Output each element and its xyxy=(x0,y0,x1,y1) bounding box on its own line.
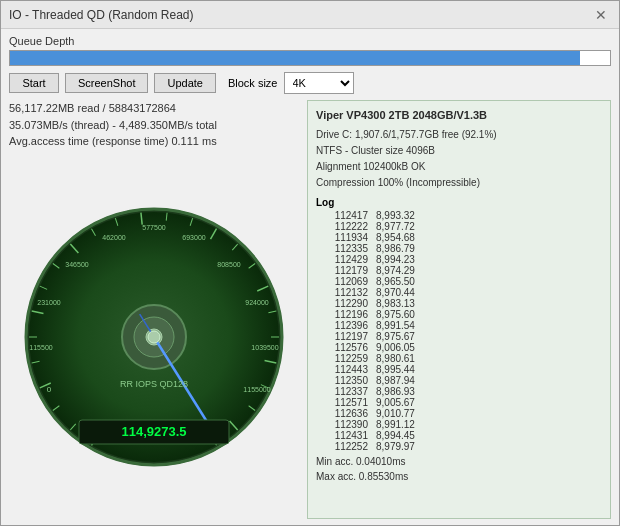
log-iops: 112069 xyxy=(316,276,368,287)
log-iops: 112390 xyxy=(316,419,368,430)
log-iops: 112636 xyxy=(316,408,368,419)
log-val: 8,974.29 xyxy=(376,265,415,276)
log-row: 1123508,987.94 xyxy=(316,375,602,386)
queue-progress-bar xyxy=(9,50,611,66)
log-val: 8,977.72 xyxy=(376,221,415,232)
queue-progress-fill xyxy=(10,51,580,65)
log-row: 1119348,954.68 xyxy=(316,232,602,243)
drive-line4: Compression 100% (Incompressible) xyxy=(316,175,602,191)
log-val: 8,986.79 xyxy=(376,243,415,254)
log-val: 8,991.54 xyxy=(376,320,415,331)
gauge-container: 0 115500 231000 346500 462000 577500 693… xyxy=(9,156,299,520)
log-row: 1122528,979.97 xyxy=(316,441,602,452)
log-row: 1120698,965.50 xyxy=(316,276,602,287)
log-entries: 1124178,993.321122228,977.721119348,954.… xyxy=(316,210,602,452)
drive-title: Viper VP4300 2TB 2048GB/V1.3B xyxy=(316,107,602,125)
block-size-label: Block size xyxy=(228,77,278,89)
log-val: 8,980.61 xyxy=(376,353,415,364)
log-val: 8,994.45 xyxy=(376,430,415,441)
drive-line1: Drive C: 1,907.6/1,757.7GB free (92.1%) xyxy=(316,127,602,143)
log-row: 1122228,977.72 xyxy=(316,221,602,232)
log-val: 8,987.94 xyxy=(376,375,415,386)
log-iops: 112197 xyxy=(316,331,368,342)
gauge-svg: 0 115500 231000 346500 462000 577500 693… xyxy=(19,202,289,472)
svg-text:808500: 808500 xyxy=(217,261,240,268)
window-title: IO - Threaded QD (Random Read) xyxy=(9,8,194,22)
title-bar: IO - Threaded QD (Random Read) ✕ xyxy=(1,1,619,29)
main-content: Queue Depth Start ScreenShot Update Bloc… xyxy=(1,29,619,525)
log-section: Log 1124178,993.321122228,977.721119348,… xyxy=(316,197,602,482)
log-row: 1123908,991.12 xyxy=(316,419,602,430)
drive-line3: Alignment 102400kB OK xyxy=(316,159,602,175)
log-val: 9,006.05 xyxy=(376,342,415,353)
log-val: 8,983.13 xyxy=(376,298,415,309)
log-row: 1124318,994.45 xyxy=(316,430,602,441)
log-row: 1123378,986.93 xyxy=(316,386,602,397)
drive-line2: NTFS - Cluster size 4096B xyxy=(316,143,602,159)
log-iops: 112196 xyxy=(316,309,368,320)
left-panel: 56,117.22MB read / 58843172864 35.073MB/… xyxy=(9,100,299,519)
log-footer-min: Min acc. 0.04010ms xyxy=(316,456,602,467)
log-row: 1122598,980.61 xyxy=(316,353,602,364)
log-val: 8,993.32 xyxy=(376,210,415,221)
close-button[interactable]: ✕ xyxy=(591,5,611,25)
log-iops: 112396 xyxy=(316,320,368,331)
log-row: 1123358,986.79 xyxy=(316,243,602,254)
log-val: 9,005.67 xyxy=(376,397,415,408)
log-row: 1122908,983.13 xyxy=(316,298,602,309)
log-row: 1126369,010.77 xyxy=(316,408,602,419)
log-iops: 112429 xyxy=(316,254,368,265)
stats-line1: 56,117.22MB read / 58843172864 xyxy=(9,100,299,117)
log-row: 1121968,975.60 xyxy=(316,309,602,320)
svg-text:1039500: 1039500 xyxy=(251,344,278,351)
log-iops: 112431 xyxy=(316,430,368,441)
log-row: 1125719,005.67 xyxy=(316,397,602,408)
stats-section: 56,117.22MB read / 58843172864 35.073MB/… xyxy=(9,100,299,150)
log-row: 1123968,991.54 xyxy=(316,320,602,331)
log-iops: 112132 xyxy=(316,287,368,298)
log-val: 8,995.44 xyxy=(376,364,415,375)
log-val: 8,975.67 xyxy=(376,331,415,342)
svg-point-45 xyxy=(148,331,160,343)
log-iops: 112290 xyxy=(316,298,368,309)
svg-text:115500: 115500 xyxy=(29,344,52,351)
log-title: Log xyxy=(316,197,602,208)
screenshot-button[interactable]: ScreenShot xyxy=(65,73,148,93)
start-button[interactable]: Start xyxy=(9,73,59,93)
svg-text:0: 0 xyxy=(47,385,52,394)
update-button[interactable]: Update xyxy=(154,73,215,93)
svg-text:231000: 231000 xyxy=(37,299,60,306)
log-row: 1124438,995.44 xyxy=(316,364,602,375)
queue-section: Queue Depth xyxy=(9,35,611,66)
log-row: 1124298,994.23 xyxy=(316,254,602,265)
log-iops: 112417 xyxy=(316,210,368,221)
log-footer-max: Max acc. 0.85530ms xyxy=(316,471,602,482)
block-size-select[interactable]: 4K 512B 1K 2K 8K 16K 32K 64K 128K 256K 5… xyxy=(284,72,354,94)
log-val: 8,975.60 xyxy=(376,309,415,320)
log-val: 8,970.44 xyxy=(376,287,415,298)
log-iops: 112335 xyxy=(316,243,368,254)
log-iops: 112576 xyxy=(316,342,368,353)
log-val: 8,994.23 xyxy=(376,254,415,265)
svg-text:924000: 924000 xyxy=(245,299,268,306)
log-iops: 112259 xyxy=(316,353,368,364)
log-val: 8,965.50 xyxy=(376,276,415,287)
log-row: 1125769,006.05 xyxy=(316,342,602,353)
log-val: 8,991.12 xyxy=(376,419,415,430)
log-val: 8,979.97 xyxy=(376,441,415,452)
log-iops: 111934 xyxy=(316,232,368,243)
main-row: 56,117.22MB read / 58843172864 35.073MB/… xyxy=(9,100,611,519)
log-row: 1121328,970.44 xyxy=(316,287,602,298)
log-val: 8,986.93 xyxy=(376,386,415,397)
svg-text:114,9273.5: 114,9273.5 xyxy=(121,424,186,439)
stats-line2: 35.073MB/s (thread) - 4,489.350MB/s tota… xyxy=(9,117,299,134)
log-val: 9,010.77 xyxy=(376,408,415,419)
log-row: 1121978,975.67 xyxy=(316,331,602,342)
log-iops: 112443 xyxy=(316,364,368,375)
log-iops: 112571 xyxy=(316,397,368,408)
log-row: 1124178,993.32 xyxy=(316,210,602,221)
log-iops: 112222 xyxy=(316,221,368,232)
svg-text:RR IOPS QD128: RR IOPS QD128 xyxy=(120,379,188,389)
queue-label: Queue Depth xyxy=(9,35,611,47)
svg-text:577500: 577500 xyxy=(142,224,165,231)
